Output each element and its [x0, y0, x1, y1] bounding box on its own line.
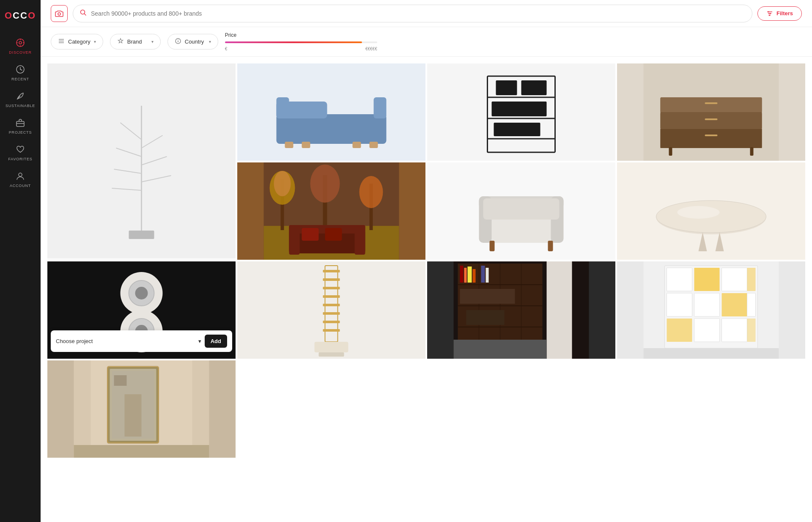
svg-rect-137	[694, 268, 720, 291]
svg-rect-144	[667, 319, 692, 342]
svg-rect-42	[374, 97, 387, 118]
product-card-11[interactable]	[617, 261, 805, 359]
clock-icon	[16, 65, 25, 75]
svg-point-21	[768, 14, 770, 16]
svg-rect-126	[473, 269, 476, 283]
svg-rect-10	[16, 121, 24, 126]
project-select[interactable]: Choose project ▾	[56, 338, 201, 344]
svg-rect-112	[315, 342, 348, 352]
product-card-5[interactable]	[237, 162, 425, 260]
price-range-bar[interactable]	[225, 41, 377, 43]
svg-point-1	[19, 41, 22, 44]
category-label: Category	[68, 38, 91, 45]
svg-rect-60	[661, 129, 762, 148]
svg-rect-53	[521, 80, 547, 95]
svg-point-13	[58, 13, 60, 15]
svg-point-12	[19, 173, 22, 176]
search-input[interactable]	[91, 10, 745, 17]
filterbar: Category ▾ Brand ▾ Country ▾	[41, 27, 812, 57]
svg-rect-79	[302, 228, 319, 241]
svg-rect-43	[285, 142, 294, 148]
svg-point-74	[359, 176, 383, 208]
sidebar-item-recent[interactable]: RECENT	[0, 60, 41, 86]
product-grid-area[interactable]: Choose project ▾ Add	[41, 57, 812, 522]
svg-rect-37	[129, 231, 154, 239]
svg-rect-39	[277, 114, 387, 144]
svg-rect-127	[481, 266, 485, 283]
star-icon	[117, 38, 124, 46]
country-filter[interactable]: Country ▾	[167, 34, 218, 49]
svg-rect-141	[694, 293, 720, 316]
product-card-3[interactable]	[427, 63, 615, 161]
svg-rect-44	[302, 142, 310, 148]
brand-filter[interactable]: Brand ▾	[110, 34, 161, 49]
product-card-8[interactable]: Choose project ▾ Add	[47, 261, 236, 359]
svg-rect-63	[705, 135, 718, 136]
svg-rect-107	[323, 295, 340, 298]
svg-rect-123	[460, 266, 464, 283]
svg-rect-130	[466, 310, 505, 325]
add-to-project-button[interactable]: Add	[205, 335, 227, 348]
svg-rect-148	[644, 348, 779, 359]
svg-point-20	[769, 13, 771, 14]
price-filter: Price € €€€€€	[225, 32, 377, 51]
search-bar[interactable]	[73, 5, 752, 22]
sidebar-item-sustainable[interactable]: SUSTAINABLE	[0, 86, 41, 113]
category-filter[interactable]: Category ▾	[51, 34, 103, 49]
briefcase-icon	[16, 118, 25, 129]
camera-button[interactable]	[51, 5, 68, 22]
price-range-labels: € €€€€€	[225, 47, 377, 51]
product-card-4[interactable]	[617, 63, 805, 161]
product-card-10[interactable]	[427, 261, 615, 359]
category-icon	[58, 38, 65, 46]
choose-project-label: Choose project	[56, 338, 93, 344]
svg-rect-110	[323, 321, 340, 323]
svg-point-94	[678, 206, 720, 219]
svg-rect-132	[454, 340, 547, 359]
svg-point-70	[274, 171, 291, 196]
svg-rect-142	[722, 293, 747, 316]
svg-rect-147	[747, 319, 756, 342]
svg-rect-104	[323, 270, 340, 272]
sidebar-item-discover[interactable]: DISCOVER	[0, 33, 41, 60]
product-grid: Choose project ▾ Add	[47, 63, 805, 458]
svg-rect-138	[722, 268, 747, 291]
svg-rect-113	[319, 352, 344, 357]
country-arrow-icon: ▾	[209, 39, 211, 44]
svg-rect-145	[694, 319, 720, 342]
sidebar-item-account-label: ACCOUNT	[10, 184, 31, 188]
svg-rect-105	[323, 278, 340, 281]
svg-line-8	[20, 69, 22, 70]
svg-rect-64	[669, 147, 672, 156]
sidebar: OCCO DISCOVER RECENT	[0, 0, 41, 522]
product-card-12[interactable]	[47, 360, 236, 458]
sidebar-item-favorites-label: FAVORITES	[8, 157, 32, 161]
svg-rect-55	[494, 123, 540, 136]
product-card-9[interactable]	[237, 261, 425, 359]
svg-rect-65	[750, 147, 754, 156]
category-arrow-icon: ▾	[94, 39, 96, 44]
svg-rect-156	[125, 394, 142, 437]
chevron-down-icon: ▾	[198, 338, 201, 344]
sidebar-item-recent-label: RECENT	[11, 77, 29, 81]
product-card-2[interactable]	[237, 63, 425, 161]
app-logo: OCCO	[1, 7, 39, 25]
product-card-1[interactable]	[47, 63, 236, 260]
svg-rect-158	[74, 445, 209, 458]
heart-icon	[16, 145, 25, 155]
svg-rect-129	[460, 289, 515, 304]
price-min: €	[225, 47, 228, 51]
filters-button[interactable]: Filters	[757, 6, 802, 21]
product-card-7[interactable]	[617, 162, 805, 260]
svg-rect-87	[548, 241, 553, 251]
sidebar-item-projects[interactable]: PROJECTS	[0, 113, 41, 140]
svg-rect-41	[277, 97, 289, 118]
svg-rect-109	[323, 312, 340, 315]
svg-rect-59	[661, 113, 762, 128]
topbar: Filters	[41, 0, 812, 27]
sidebar-item-account[interactable]: ACCOUNT	[0, 166, 41, 193]
sidebar-item-projects-label: PROJECTS	[9, 130, 32, 135]
svg-point-98	[135, 287, 148, 299]
sidebar-item-favorites[interactable]: FAVORITES	[0, 140, 41, 166]
product-card-6[interactable]	[427, 162, 615, 260]
